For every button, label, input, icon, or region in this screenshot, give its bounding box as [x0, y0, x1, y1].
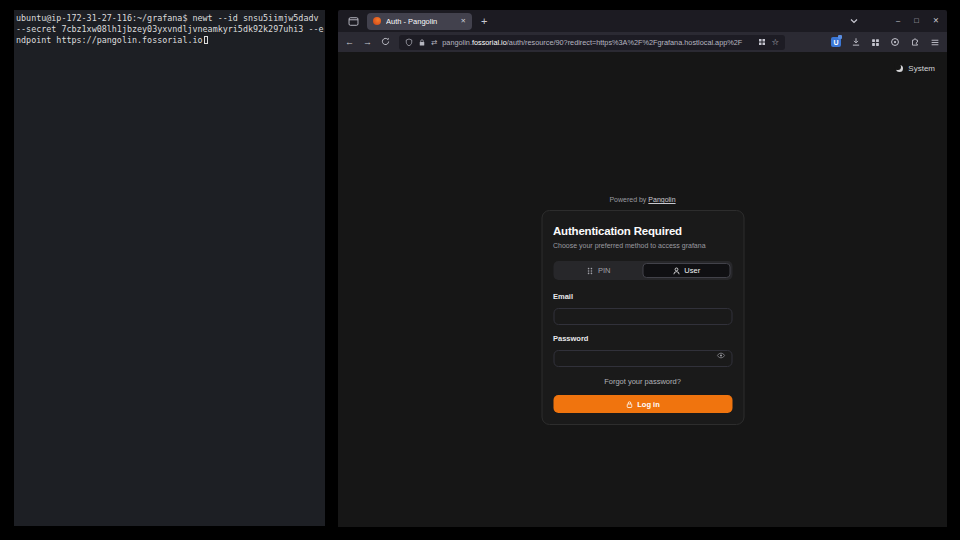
tab-user[interactable]: User — [643, 263, 731, 278]
browser-window: Auth - Pangolin ✕ + – □ ✕ ← → ⇄ pangoli — [338, 10, 947, 527]
permissions-swap-icon[interactable]: ⇄ — [431, 38, 437, 47]
auth-column: Powered by Pangolin Authentication Requi… — [541, 196, 744, 425]
url-text[interactable]: pangolin.fossorial.io/auth/resource/90?r… — [442, 38, 753, 47]
tab-user-label: User — [684, 266, 700, 275]
maximize-button[interactable]: □ — [914, 17, 919, 25]
grid-extension-icon[interactable] — [871, 38, 880, 47]
page-content: System Powered by Pangolin Authenticatio… — [338, 52, 947, 527]
new-tab-button[interactable]: + — [481, 16, 487, 27]
tab-strip: Auth - Pangolin ✕ + – □ ✕ — [338, 10, 947, 32]
container-grid-icon[interactable] — [758, 38, 766, 46]
auth-card-subtitle: Choose your preferred method to access g… — [553, 242, 732, 249]
auth-method-tabs: PIN User — [553, 261, 732, 280]
show-password-eye-icon[interactable] — [716, 351, 725, 360]
auth-card: Authentication Required Choose your pref… — [541, 210, 744, 425]
lock-icon[interactable] — [418, 38, 426, 47]
bookmark-star-icon[interactable]: ☆ — [771, 38, 779, 47]
desktop: ubuntu@ip-172-31-27-116:~/grafana$ newt … — [0, 0, 960, 540]
login-button-label: Log in — [637, 400, 660, 409]
email-label: Email — [553, 292, 732, 301]
navigation-toolbar: ← → ⇄ pangolin.fossorial.io/auth/resourc… — [338, 32, 947, 52]
tab-pin[interactable]: PIN — [555, 263, 643, 278]
theme-label: System — [908, 64, 935, 73]
login-button[interactable]: Log in — [553, 395, 732, 413]
theme-toggle-button[interactable]: System — [896, 64, 935, 73]
pangolin-link[interactable]: Pangolin — [648, 196, 675, 203]
list-all-tabs-chevron-icon[interactable] — [850, 18, 858, 24]
auth-card-title: Authentication Required — [553, 225, 732, 237]
tab-close-icon[interactable]: ✕ — [458, 17, 466, 25]
moon-icon — [896, 65, 903, 72]
browser-tab-auth-pangolin[interactable]: Auth - Pangolin ✕ — [367, 13, 472, 30]
password-field[interactable] — [553, 350, 732, 367]
downloads-icon[interactable] — [851, 37, 861, 47]
firefox-view-icon[interactable] — [348, 16, 359, 27]
terminal-cursor — [204, 36, 209, 45]
terminal-line: --secret 7cbz1xw08lh1jbzey03yxvndljvneam… — [16, 24, 324, 35]
browser-extension-icon[interactable]: U — [831, 37, 841, 47]
close-window-button[interactable]: ✕ — [933, 17, 939, 25]
pangolin-favicon — [373, 17, 381, 25]
forward-button[interactable]: → — [363, 38, 372, 47]
terminal-line: ubuntu@ip-172-31-27-116:~/grafana$ newt … — [16, 13, 324, 24]
minimize-button[interactable]: – — [896, 17, 900, 25]
powered-by: Powered by Pangolin — [541, 196, 744, 203]
password-label: Password — [553, 334, 732, 343]
menu-hamburger-icon[interactable] — [930, 38, 940, 47]
login-lock-icon — [625, 400, 633, 409]
tab-title: Auth - Pangolin — [386, 17, 453, 26]
circle-extension-icon[interactable] — [890, 37, 900, 47]
terminal-window[interactable]: ubuntu@ip-172-31-27-116:~/grafana$ newt … — [14, 10, 325, 526]
back-button[interactable]: ← — [345, 38, 354, 47]
shield-icon[interactable] — [405, 38, 413, 47]
terminal-line: ndpoint https://pangolin.fossorial.io — [16, 35, 324, 46]
email-field[interactable] — [553, 308, 732, 325]
extensions-puzzle-icon[interactable] — [910, 37, 920, 47]
pin-keypad-icon — [587, 267, 594, 275]
forgot-password-link[interactable]: Forgot your password? — [553, 377, 732, 386]
tab-pin-label: PIN — [598, 266, 611, 275]
url-bar[interactable]: ⇄ pangolin.fossorial.io/auth/resource/90… — [399, 35, 785, 50]
user-icon — [672, 267, 680, 275]
reload-icon[interactable] — [381, 37, 390, 48]
